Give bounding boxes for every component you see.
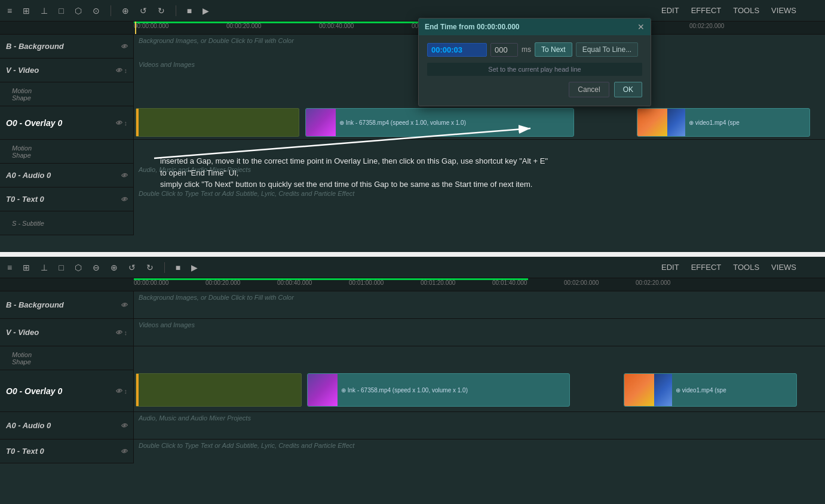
track-label-motion-shape: MotionShape <box>0 82 134 106</box>
main-clip[interactable]: ⊕ Ink - 67358.mp4 (speed x 1.00, volume … <box>305 108 574 137</box>
background-label-text: B - Background <box>6 42 64 51</box>
b-motion-shape-content <box>134 346 825 370</box>
mark-0: 00:00:00.000 <box>134 23 168 29</box>
b-gap-block[interactable] <box>136 373 302 407</box>
b-play-icon[interactable]: ▶ <box>189 262 200 273</box>
edit-menu[interactable]: EDIT <box>661 6 679 15</box>
ms-label: ms <box>522 45 531 54</box>
play-icon[interactable]: ▶ <box>200 5 211 17</box>
add-icon[interactable]: ⊕ <box>119 5 131 17</box>
text0-label-text: T0 - Text 0 <box>6 195 44 204</box>
track-row-audio0: A0 - Audio 0 👁 Audio, Music and Audio Mi… <box>0 164 825 188</box>
circle-icon[interactable]: ⊙ <box>90 5 102 17</box>
crop-icon[interactable]: □ <box>56 5 66 17</box>
b-text0-label-text: T0 - Text 0 <box>6 447 44 456</box>
modal-close-button[interactable]: ✕ <box>637 22 645 32</box>
b-motion-shape-text: MotionShape <box>12 351 32 365</box>
b-ruler-marks: 00:00:00.000 00:00:20.000 00:00:40.000 0… <box>134 278 825 291</box>
modal-time-row: ms To Next Equal To Line... <box>427 42 642 57</box>
b-audio0-icons: 👁 <box>121 422 127 429</box>
b-track-label-overlay0: O0 - Overlay 0 👁 ↕ <box>0 370 134 411</box>
track-row-overlay0: O0 - Overlay 0 👁 ↕ ⊕ Ink - 67358.mp4 (sp… <box>0 106 825 140</box>
clip2[interactable]: ⊕ video1.mp4 (spe <box>637 108 810 137</box>
undo-icon[interactable]: ↺ <box>137 5 149 17</box>
top-ruler: 00:00:00.000 00:00:20.000 00:00:40.000 0… <box>0 21 825 35</box>
separator <box>111 5 111 16</box>
video-icons: 👁 ↕ <box>115 67 127 74</box>
b-views-menu[interactable]: VIEWS <box>771 263 796 272</box>
effect-menu[interactable]: EFFECT <box>691 6 722 15</box>
b-edit-menu[interactable]: EDIT <box>661 263 679 272</box>
b-main-clip[interactable]: ⊕ Ink - 67358.mp4 (speed x 1.00, volume … <box>307 373 570 407</box>
menu-bar: EDIT EFFECT TOOLS VIEWS <box>661 6 796 15</box>
tools-menu[interactable]: TOOLS <box>733 6 759 15</box>
b-tools-menu[interactable]: TOOLS <box>733 263 759 272</box>
menu-icon[interactable]: ≡ <box>5 5 14 17</box>
b-track-row-overlay0: O0 - Overlay 0 👁 ↕ ⊕ Ink - 67358.mp4 (sp… <box>0 370 825 412</box>
b-effect-menu[interactable]: EFFECT <box>691 263 722 272</box>
overlay0-label-text: O0 - Overlay 0 <box>6 118 62 128</box>
b-clip-label: ⊕ Ink - 67358.mp4 (speed x 1.00, volume … <box>338 387 471 394</box>
b-minus-icon[interactable]: ⊖ <box>90 262 102 273</box>
track-label-background: B - Background 👁 <box>0 35 134 58</box>
bottom-toolbar: ≡ ⊞ ⊥ □ ⬡ ⊖ ⊕ ↺ ↻ ■ ▶ EDIT EFFECT TOOLS … <box>0 257 825 278</box>
modal-body: ms To Next Equal To Line... Set to the c… <box>419 35 651 106</box>
b-video-icons: 👁 ↕ <box>115 329 127 336</box>
link-icon[interactable]: ⬡ <box>72 5 84 17</box>
track-label-audio0: A0 - Audio 0 👁 <box>0 164 134 187</box>
stop-icon[interactable]: ■ <box>185 5 194 17</box>
b-mark-4: 00:01:20.000 <box>421 279 455 286</box>
b-clip2[interactable]: ⊕ video1.mp4 (spe <box>624 373 797 407</box>
b-cut-icon[interactable]: ⊥ <box>38 262 50 273</box>
track-label-text0: T0 - Text 0 👁 <box>0 188 134 211</box>
cut-icon[interactable]: ⊥ <box>38 5 50 17</box>
b-menu-icon[interactable]: ≡ <box>5 262 14 273</box>
audio0-icons: 👁 <box>121 172 127 179</box>
b-add-icon2[interactable]: ⊕ <box>108 262 120 273</box>
audio0-label-text: A0 - Audio 0 <box>6 171 51 180</box>
equal-to-line-button[interactable]: Equal To Line... <box>576 42 639 57</box>
b-grid-icon[interactable]: ⊞ <box>20 262 32 273</box>
gap-block[interactable] <box>136 108 299 137</box>
grid-icon[interactable]: ⊞ <box>20 5 32 17</box>
modal-hint: Set to the current play head line <box>427 63 642 76</box>
track-label-motion-shape2: MotionShape <box>0 140 134 163</box>
time-input[interactable] <box>427 43 487 57</box>
ms-input[interactable] <box>490 43 518 57</box>
b-text0-hint: Double Click to Type Text or Add Subtitl… <box>134 440 359 451</box>
separator2 <box>176 5 176 16</box>
b-crop-icon[interactable]: □ <box>56 262 66 273</box>
mark-2: 00:00:40.000 <box>319 23 354 29</box>
b-text0-content: Double Click to Type Text or Add Subtitl… <box>134 440 825 463</box>
b-separator <box>164 262 165 273</box>
track-label-subtitle: S - Subtitle <box>0 211 134 235</box>
b-link-icon[interactable]: ⬡ <box>72 262 84 273</box>
redo-icon[interactable]: ↻ <box>155 5 167 17</box>
overlay0-content: ⊕ Ink - 67358.mp4 (speed x 1.00, volume … <box>134 106 825 139</box>
b-track-label-motion-shape: MotionShape <box>0 346 134 370</box>
b-video-label-text: V - Video <box>6 328 39 337</box>
b-audio0-label-text: A0 - Audio 0 <box>6 421 51 430</box>
b-undo-icon[interactable]: ↺ <box>126 262 138 273</box>
cancel-button[interactable]: Cancel <box>569 82 609 97</box>
motion-shape2-text: MotionShape <box>12 145 32 159</box>
track-row-motion-shape2: MotionShape <box>0 140 825 164</box>
b-progress-bar <box>134 278 528 280</box>
clip-label: ⊕ Ink - 67358.mp4 (speed x 1.00, volume … <box>336 119 470 126</box>
clip2-label: ⊕ video1.mp4 (spe <box>685 119 743 126</box>
top-toolbar: ≡ ⊞ ⊥ □ ⬡ ⊙ ⊕ ↺ ↻ ■ ▶ EDIT EFFECT TOOLS … <box>0 0 825 21</box>
b-background-icons: 👁 <box>121 302 127 309</box>
b-track-row-background: B - Background 👁 Background Images, or D… <box>0 291 825 319</box>
b-mark-2: 00:00:40.000 <box>277 279 312 286</box>
b-track-label-video: V - Video 👁 ↕ <box>0 319 134 346</box>
to-next-button[interactable]: To Next <box>535 42 572 57</box>
b-stop-icon[interactable]: ■ <box>173 262 183 273</box>
b-redo-icon[interactable]: ↻ <box>144 262 156 273</box>
b-ruler-spacer <box>0 278 134 291</box>
b-video-hint: Videos and Images <box>134 319 200 331</box>
ok-button[interactable]: OK <box>614 82 642 97</box>
views-menu[interactable]: VIEWS <box>771 6 796 15</box>
subtitle-content <box>134 211 825 235</box>
b-track-row-video: V - Video 👁 ↕ Videos and Images <box>0 319 825 346</box>
b-background-hint: Background Images, or Double Click to Fi… <box>134 291 299 303</box>
